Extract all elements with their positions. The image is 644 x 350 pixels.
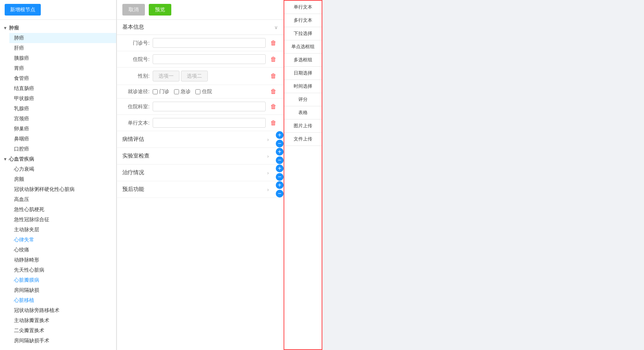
label-gender: 性别: bbox=[122, 73, 150, 80]
tree-item[interactable]: 肝癌 bbox=[9, 43, 116, 53]
input-inpatient[interactable] bbox=[153, 54, 266, 64]
field-row-dept: 住院科室: 🗑 bbox=[117, 99, 284, 115]
input-dept[interactable] bbox=[153, 102, 266, 111]
checkbox-items: 门诊 急诊 住院 bbox=[153, 88, 266, 95]
section-basic-info[interactable]: 基本信息 ∨ bbox=[117, 20, 284, 35]
checkbox-input-emergency[interactable] bbox=[174, 89, 179, 94]
checkbox-inpatient[interactable]: 住院 bbox=[195, 88, 212, 95]
tree-item[interactable]: 冠状动脉粥样硬化性心脏病 bbox=[9, 184, 116, 194]
remove-section-treatment[interactable]: − bbox=[276, 173, 284, 181]
tree-item[interactable]: 二尖瓣置换术 bbox=[9, 326, 116, 336]
checkbox-input-inpatient[interactable] bbox=[195, 89, 200, 94]
remove-section-disease[interactable]: − bbox=[276, 140, 284, 147]
tree-children-tumor: 肺癌 肝癌 胰腺癌 胃癌 食管癌 结直肠癌 甲状腺癌 乳腺癌 宫颈癌 卵巢癌 鼻… bbox=[0, 33, 116, 154]
component-dropdown[interactable]: 下拉选择 bbox=[284, 27, 322, 40]
field-row-single-text: 单行文本: 🗑 bbox=[117, 115, 284, 131]
add-section-prognosis[interactable]: + bbox=[276, 181, 284, 189]
section-arrow-lab: › bbox=[267, 153, 269, 159]
component-multi-line[interactable]: 多行文本 bbox=[284, 14, 322, 27]
tree-item[interactable]: 心脏移植 bbox=[9, 295, 116, 305]
tree-item[interactable]: 主动脉瓣置换术 bbox=[9, 315, 116, 326]
input-single-text[interactable] bbox=[153, 118, 266, 128]
section-row-prognosis: 预后功能 › + − bbox=[117, 181, 284, 198]
component-radio-group[interactable]: 单点选框组 bbox=[284, 40, 322, 54]
add-section-treatment[interactable]: + bbox=[276, 165, 284, 172]
delete-single-text-button[interactable]: 🗑 bbox=[269, 120, 278, 126]
delete-visit-path-button[interactable]: 🗑 bbox=[269, 88, 278, 95]
tree-item[interactable]: 鼻咽癌 bbox=[9, 134, 116, 144]
gender-option-2[interactable]: 选项二 bbox=[181, 71, 208, 81]
remove-section-prognosis[interactable]: − bbox=[276, 190, 284, 198]
preview-button[interactable]: 预览 bbox=[149, 4, 171, 16]
delete-dept-button[interactable]: 🗑 bbox=[269, 103, 278, 110]
field-row-visit-path: 就诊途径: 门诊 急诊 住院 🗑 bbox=[117, 85, 284, 99]
right-form-panel: 取消 预览 基本信息 ∨ 门诊号: 🗑 住院号: 🗑 bbox=[117, 0, 284, 350]
tree-item[interactable]: 主动脉夹层 bbox=[9, 225, 116, 235]
delete-inpatient-button[interactable]: 🗑 bbox=[269, 56, 278, 63]
checkbox-label-outpatient: 门诊 bbox=[159, 88, 169, 95]
gender-select: 选项一 选项二 bbox=[153, 71, 266, 81]
input-outpatient[interactable] bbox=[153, 38, 266, 48]
left-tree-panel: 新增根节点 ▼ 肿瘤 肺癌 肝癌 胰腺癌 胃癌 食管癌 结直肠癌 甲状腺癌 乳腺… bbox=[0, 0, 117, 350]
tree-item[interactable]: 肺癌 bbox=[9, 33, 116, 43]
component-date-picker[interactable]: 日期选择 bbox=[284, 67, 322, 80]
tree-item[interactable]: 急性心肌梗死 bbox=[9, 204, 116, 215]
group-label-tumor: 肿瘤 bbox=[9, 24, 19, 31]
cancel-button[interactable]: 取消 bbox=[122, 4, 145, 16]
tree-item[interactable]: 冠状动脉旁路移植术 bbox=[9, 305, 116, 315]
tree-item[interactable]: 甲状腺癌 bbox=[9, 94, 116, 104]
add-section-disease[interactable]: + bbox=[276, 131, 284, 139]
section-title-treatment: 治疗情况 bbox=[122, 169, 144, 176]
tree-item[interactable]: 心脏瓣膜病 bbox=[9, 275, 116, 285]
component-table[interactable]: 表格 bbox=[284, 106, 322, 120]
tree-item[interactable]: 结直肠癌 bbox=[9, 83, 116, 94]
tree-item[interactable]: 急性冠脉综合征 bbox=[9, 215, 116, 225]
component-time-picker[interactable]: 时间选择 bbox=[284, 80, 322, 93]
tree-item[interactable]: 房颤 bbox=[9, 174, 116, 184]
component-checkbox-group[interactable]: 多选框组 bbox=[284, 54, 322, 67]
tree-item[interactable]: 先天性心脏病 bbox=[9, 265, 116, 275]
section-actions-lab: + − bbox=[276, 148, 284, 164]
component-rating[interactable]: 评分 bbox=[284, 93, 322, 106]
tree-item[interactable]: 乳腺癌 bbox=[9, 104, 116, 114]
tree-item[interactable]: 宫颈癌 bbox=[9, 114, 116, 124]
section-row-disease: 病情评估 › + − bbox=[117, 131, 284, 148]
section-prognosis[interactable]: 预后功能 › bbox=[117, 182, 274, 197]
tree-item[interactable]: 卵巢癌 bbox=[9, 124, 116, 134]
section-lab[interactable]: 实验室检查 › bbox=[117, 149, 274, 163]
add-root-node-button[interactable]: 新增根节点 bbox=[5, 4, 41, 16]
tree-item[interactable]: 房间隔缺损手术 bbox=[9, 336, 116, 346]
section-actions-treatment: + − bbox=[276, 165, 284, 181]
tree-item[interactable]: 动静脉畸形 bbox=[9, 255, 116, 265]
tree-item[interactable]: 食管癌 bbox=[9, 73, 116, 83]
checkbox-input-outpatient[interactable] bbox=[153, 89, 158, 94]
tree-item[interactable]: 心绞痛 bbox=[9, 245, 116, 255]
tree-item[interactable]: 心律失常 bbox=[9, 235, 116, 245]
component-image-upload[interactable]: 图片上传 bbox=[284, 120, 322, 133]
tree-group-cardio[interactable]: ▼ 心血管疾病 bbox=[0, 154, 116, 164]
component-panel: 单行文本 多行文本 下拉选择 单点选框组 多选框组 日期选择 时间选择 评分 表… bbox=[284, 0, 322, 350]
section-title-basic: 基本信息 bbox=[122, 24, 144, 31]
delete-outpatient-button[interactable]: 🗑 bbox=[269, 40, 278, 47]
remove-section-lab[interactable]: − bbox=[276, 156, 284, 164]
checkbox-label-inpatient: 住院 bbox=[202, 88, 212, 95]
tree-item[interactable]: 口腔癌 bbox=[9, 144, 116, 154]
checkbox-emergency[interactable]: 急诊 bbox=[174, 88, 191, 95]
section-treatment[interactable]: 治疗情况 › bbox=[117, 165, 274, 180]
section-disease-eval[interactable]: 病情评估 › bbox=[117, 132, 274, 147]
tree-item[interactable]: 房间隔缺损 bbox=[9, 285, 116, 295]
checkbox-outpatient[interactable]: 门诊 bbox=[153, 88, 169, 95]
tree-item[interactable]: 胃癌 bbox=[9, 63, 116, 73]
add-section-lab[interactable]: + bbox=[276, 148, 284, 156]
arrow-icon: ▼ bbox=[3, 26, 7, 30]
gender-option-1[interactable]: 选项一 bbox=[153, 71, 179, 81]
tree-item[interactable]: 胰腺癌 bbox=[9, 53, 116, 63]
left-panel-header: 新增根节点 bbox=[0, 0, 116, 20]
tree-item[interactable]: 高血压 bbox=[9, 194, 116, 204]
component-file-upload[interactable]: 文件上传 bbox=[284, 133, 322, 146]
delete-gender-button[interactable]: 🗑 bbox=[269, 73, 278, 80]
tree-group-tumor[interactable]: ▼ 肿瘤 bbox=[0, 23, 116, 33]
component-single-line[interactable]: 单行文本 bbox=[284, 1, 322, 14]
tree-item[interactable]: 心力衰竭 bbox=[9, 164, 116, 174]
group-label-cardio: 心血管疾病 bbox=[9, 156, 34, 163]
